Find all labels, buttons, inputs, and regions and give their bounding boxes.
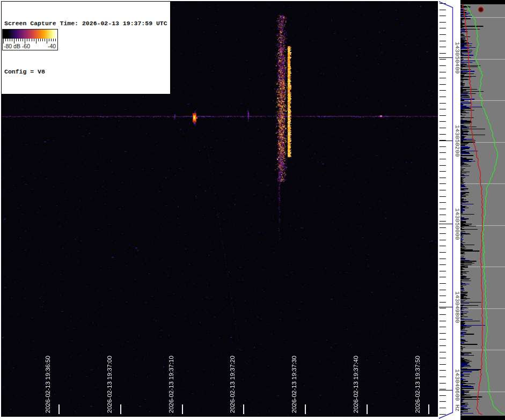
- time-axis-tick: [120, 404, 121, 414]
- time-axis-tick: [182, 404, 183, 414]
- frequency-axis-label: 143049600 Hz: [453, 369, 460, 411]
- app-window: Screen Capture Time: 2026-02-13 19:37:59…: [0, 0, 505, 420]
- time-axis-label: 2026-02-13 19:37:10: [168, 356, 175, 413]
- time-axis-label: 2026-02-13 19:36:50: [45, 356, 52, 413]
- legend-max-db-label: -40: [48, 43, 56, 49]
- time-axis-label: 2026-02-13 19:37:50: [414, 356, 421, 413]
- time-axis-tick: [428, 404, 429, 414]
- frequency-axis-label: 143050200: [453, 125, 460, 157]
- capture-time-text: Screen Capture Time: 2026-02-13 19:37:59…: [4, 19, 167, 27]
- time-axis-tick: [58, 404, 60, 414]
- time-axis-label: 2026-02-13 19:37:20: [229, 356, 236, 413]
- db-color-scale-legend: -80 dB -60 -40: [2, 29, 58, 50]
- time-axis-tick: [243, 404, 244, 414]
- colormap-gradient-bar: [3, 30, 57, 39]
- time-axis-label: 2026-02-13 19:37:40: [353, 356, 360, 413]
- config-text: Config = V8: [4, 68, 167, 76]
- time-axis-label: 2026-02-13 19:37:30: [291, 356, 298, 413]
- frequency-axis-label: 143050000: [453, 208, 460, 240]
- legend-min-db-label: -80 dB -60: [4, 43, 30, 49]
- time-axis-tick: [367, 404, 368, 414]
- spectrum-side-panel: [460, 0, 505, 420]
- time-axis-tick: [305, 404, 306, 414]
- frequency-axis-label: 143050400: [453, 42, 460, 73]
- legend-labels: -80 dB -60 -40: [3, 43, 57, 50]
- time-axis-label: 2026-02-13 19:37:00: [106, 356, 113, 413]
- frequency-axis-label: 143049800: [453, 291, 460, 323]
